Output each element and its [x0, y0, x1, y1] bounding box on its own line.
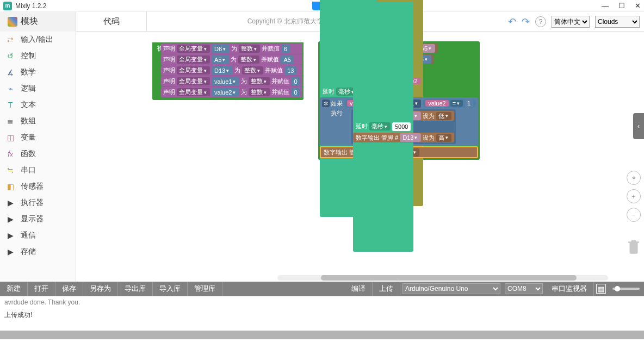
redo-icon[interactable]: ↷ — [522, 16, 530, 28]
exportlib-button[interactable]: 导出库 — [118, 282, 153, 296]
sidebar-item-math[interactable]: ∡数学 — [0, 64, 76, 80]
app-logo-icon: m — [3, 2, 12, 10]
declare-block[interactable]: 声明全局变量▾ value1▾ 为整数▾ 并赋值0 — [161, 76, 302, 86]
declare-block[interactable]: 声明 全局变量▾ D6▾ 为 整数▾ 并赋值 6 — [161, 43, 302, 54]
new-button[interactable]: 新建 — [0, 282, 28, 296]
main-area: ⇄输入/输出 ↺控制 ∡数学 ⌁逻辑 T文本 ≣数组 ◫变量 fx函数 ≒串口 … — [0, 32, 644, 282]
window-controls: — ☐ ✕ — [602, 2, 641, 10]
managelib-button[interactable]: 管理库 — [188, 282, 222, 296]
canvas-right-gutter: ‹ ⌖ ＋ － — [624, 32, 644, 282]
board-select[interactable]: Arduino/Genuino Uno — [403, 283, 500, 294]
sidebar-item-logic[interactable]: ⌁逻辑 — [0, 80, 76, 97]
puzzle-icon — [8, 17, 17, 27]
category-sidebar: ⇄输入/输出 ↺控制 ∡数学 ⌁逻辑 T文本 ≣数组 ◫变量 fx函数 ≒串口 … — [0, 32, 76, 282]
upload-button[interactable]: 上传 — [373, 282, 400, 296]
tab-code[interactable]: 代码 — [76, 12, 147, 32]
zoom-in-icon[interactable]: ＋ — [627, 189, 641, 203]
sidebar-item-function[interactable]: fx函数 — [0, 146, 76, 162]
declare-block[interactable]: 声明全局变量▾ value2▾ 为整数▾ 并赋值0 — [161, 87, 302, 97]
tab-code-label: 代码 — [103, 16, 120, 27]
bottom-toolbar: 新建 打开 保存 另存为 导出库 导入库 管理库 编译 上传 Arduino/G… — [0, 282, 644, 296]
help-icon[interactable]: ? — [535, 16, 546, 27]
chip-icon[interactable]: ▦ — [596, 284, 606, 294]
sidebar-item-control[interactable]: ↺控制 — [0, 48, 76, 64]
language-select[interactable]: 简体中文 — [552, 16, 590, 28]
center-view-icon[interactable]: ⌖ — [627, 171, 641, 185]
maximize-icon[interactable]: ☐ — [618, 2, 625, 10]
sidebar-item-actuator[interactable]: ▶执行器 — [0, 195, 76, 211]
block-canvas[interactable]: 初始化 声明 全局变量▾ D6▾ 为 整数▾ 并赋值 6 声明全局变量▾ A5▾… — [76, 32, 624, 282]
side-panel-toggle-icon[interactable]: ‹ — [633, 113, 644, 139]
status-bar — [0, 331, 644, 339]
saveas-button[interactable]: 另存为 — [83, 282, 118, 296]
gear-icon[interactable]: ✲ — [322, 100, 330, 107]
open-button[interactable]: 打开 — [28, 282, 55, 296]
if-block[interactable]: ✲ 如果 value1 >▾ 450 且▾ value2 =▾ 1 — [320, 97, 478, 146]
undo-icon[interactable]: ↶ — [508, 16, 516, 28]
sidebar-item-comm[interactable]: ▶通信 — [0, 227, 76, 244]
tab-blocks[interactable]: 模块 — [0, 12, 76, 32]
compare-block[interactable]: value2 =▾ 1 — [423, 99, 476, 108]
zoom-slider[interactable] — [612, 288, 640, 290]
console-line: 上传成功! — [4, 310, 640, 320]
horizontal-scrollbar[interactable] — [277, 275, 608, 281]
port-select[interactable]: COM8 — [505, 283, 543, 294]
minimize-icon[interactable]: — — [602, 2, 609, 10]
declare-block[interactable]: 声明全局变量▾ D13▾ 为整数▾ 并赋值13 — [161, 65, 302, 76]
sidebar-item-display[interactable]: ▶显示器 — [0, 211, 76, 227]
compile-button[interactable]: 编译 — [345, 282, 373, 296]
app-title: Mixly 1.2.2 — [15, 2, 46, 10]
importlib-button[interactable]: 导入库 — [153, 282, 188, 296]
sidebar-item-serial[interactable]: ≒串口 — [0, 162, 76, 178]
sidebar-item-io[interactable]: ⇄输入/输出 — [0, 32, 76, 48]
save-button[interactable]: 保存 — [55, 282, 83, 296]
serial-monitor-button[interactable]: 串口监视器 — [545, 282, 594, 296]
sidebar-item-variable[interactable]: ◫变量 — [0, 129, 76, 146]
delay-block[interactable]: 延时毫秒▾5000 — [353, 121, 454, 132]
theme-select[interactable]: Clouds — [595, 16, 640, 28]
sidebar-item-sensor[interactable]: ◧传感器 — [0, 178, 76, 195]
sidebar-item-storage[interactable]: ▶存储 — [0, 244, 76, 260]
sidebar-item-text[interactable]: T文本 — [0, 97, 76, 113]
declare-block[interactable]: 声明全局变量▾ A5▾ 为整数▾ 并赋值A5 — [161, 54, 302, 65]
zoom-out-icon[interactable]: － — [627, 208, 641, 222]
digital-out-block[interactable]: 数字输出 管脚 #D13▾设为高▾ — [353, 133, 454, 142]
trash-icon[interactable] — [626, 238, 642, 258]
output-console: avrdude done. Thank you. 上传成功! — [0, 296, 644, 331]
console-line: avrdude done. Thank you. — [4, 299, 640, 306]
sidebar-item-array[interactable]: ≣数组 — [0, 113, 76, 129]
tab-blocks-label: 模块 — [21, 16, 38, 27]
close-icon[interactable]: ✕ — [635, 2, 641, 10]
